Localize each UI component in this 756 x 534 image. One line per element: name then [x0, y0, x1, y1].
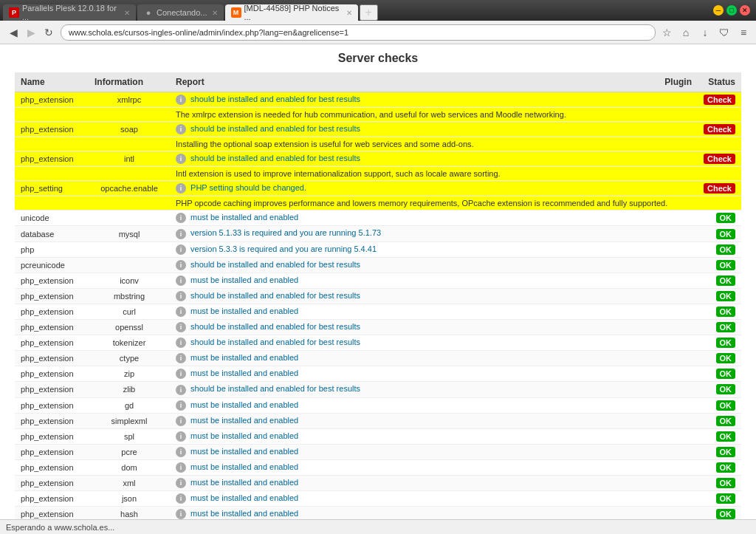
row-report: i should be installed and enabled for be…	[170, 320, 659, 335]
minimize-button[interactable]: ─	[713, 5, 724, 16]
info-icon: i	[176, 493, 186, 504]
row-info: intl	[89, 151, 170, 167]
report-link[interactable]: should be installed and enabled for best…	[190, 260, 360, 269]
address-bar[interactable]	[61, 24, 656, 41]
report-link[interactable]: must be installed and enabled	[190, 462, 298, 471]
report-link[interactable]: must be installed and enabled	[190, 400, 298, 409]
row-status: OK	[698, 507, 741, 519]
row-name: php_extension	[15, 491, 89, 507]
row-info: mbstring	[89, 288, 170, 304]
report-link[interactable]: should be installed and enabled for best…	[190, 338, 360, 346]
table-row: php_extension intl i should be installed…	[15, 151, 741, 167]
row-status: OK	[698, 413, 741, 428]
report-link[interactable]: must be installed and enabled	[190, 509, 298, 518]
report-link[interactable]: should be installed and enabled for best…	[190, 95, 360, 103]
row-report: i should be installed and enabled for be…	[170, 288, 659, 304]
row-name-empty	[15, 196, 89, 210]
table-row-desc: PHP opcode caching improves performance …	[15, 196, 741, 210]
row-status: OK	[698, 428, 741, 444]
report-link[interactable]: should be installed and enabled for best…	[190, 384, 360, 393]
row-report: i must be installed and enabled	[170, 273, 659, 288]
tab-1-label: Parallels Plesk 12.0.18 for ...	[22, 4, 120, 21]
row-plugin	[659, 288, 698, 304]
table-row: php_extension soap i should be installed…	[15, 122, 741, 137]
row-report: i must be installed and enabled	[170, 366, 659, 382]
row-status: OK	[698, 351, 741, 366]
row-info-empty	[89, 108, 170, 122]
row-info: mysql	[89, 226, 170, 242]
report-link[interactable]: PHP setting should be changed.	[190, 183, 306, 192]
forward-button[interactable]: ▶	[22, 24, 40, 41]
report-link[interactable]: must be installed and enabled	[190, 353, 298, 362]
row-plugin	[659, 210, 698, 226]
row-status: Check	[698, 92, 741, 108]
report-link[interactable]: should be installed and enabled for best…	[190, 124, 360, 133]
row-report: i should be installed and enabled for be…	[170, 335, 659, 351]
row-report: i should be installed and enabled for be…	[170, 92, 659, 108]
col-header-report: Report	[170, 72, 659, 92]
tab-3[interactable]: M [MDL-44589] PHP Notices ... ✕	[225, 4, 358, 21]
tab-3-close[interactable]: ✕	[346, 9, 352, 17]
row-report: i should be installed and enabled for be…	[170, 257, 659, 273]
table-row: php_extension zip i must be installed an…	[15, 366, 741, 382]
tab-2[interactable]: ● Conectando... ✕	[137, 4, 224, 21]
back-button[interactable]: ◀	[4, 24, 22, 41]
row-name: php_extension	[15, 122, 89, 137]
report-link[interactable]: must be installed and enabled	[190, 275, 298, 284]
report-link[interactable]: must be installed and enabled	[190, 416, 298, 425]
table-row: php_extension gd i must be installed and…	[15, 397, 741, 413]
table-row: php_extension json i must be installed a…	[15, 491, 741, 507]
menu-icon[interactable]: ≡	[735, 24, 752, 41]
report-link[interactable]: must be installed and enabled	[190, 493, 298, 502]
report-link[interactable]: should be installed and enabled for best…	[190, 322, 360, 331]
row-desc: Installing the optional soap extension i…	[170, 137, 741, 151]
tab-1-close[interactable]: ✕	[124, 9, 130, 17]
table-row-desc: Installing the optional soap extension i…	[15, 137, 741, 151]
tab-2-icon: ●	[143, 7, 154, 18]
row-plugin	[659, 507, 698, 519]
close-button[interactable]: ✕	[740, 5, 750, 16]
row-status: OK	[698, 273, 741, 288]
content-area: Server checks Name Information Report Pl…	[0, 44, 756, 519]
new-tab-button[interactable]: +	[360, 4, 378, 21]
info-icon: i	[176, 385, 186, 395]
info-icon: i	[176, 291, 186, 301]
row-plugin	[659, 335, 698, 351]
row-status: OK	[698, 366, 741, 382]
tab-1[interactable]: P Parallels Plesk 12.0.18 for ... ✕	[3, 4, 136, 21]
table-body: php_extension xmlrpc i should be install…	[15, 92, 741, 520]
download-icon[interactable]: ↓	[697, 24, 713, 41]
row-name: php_extension	[15, 459, 89, 475]
col-header-name: Name	[15, 72, 89, 92]
row-report: i must be installed and enabled	[170, 351, 659, 366]
report-link[interactable]: must be installed and enabled	[190, 307, 298, 315]
row-report: i PHP setting should be changed.	[170, 181, 659, 196]
tab-2-close[interactable]: ✕	[212, 9, 218, 17]
bookmark-icon[interactable]: ☆	[659, 24, 675, 41]
report-link[interactable]: should be installed and enabled for best…	[190, 291, 360, 300]
info-icon: i	[176, 369, 186, 379]
row-plugin	[659, 491, 698, 507]
report-link[interactable]: version 5.3.3 is required and you are ru…	[190, 244, 377, 253]
report-link[interactable]: version 5.1.33 is required and you are r…	[190, 228, 381, 237]
info-icon: i	[176, 260, 186, 270]
row-info-empty	[89, 196, 170, 210]
row-plugin	[659, 444, 698, 459]
home-icon[interactable]: ⌂	[678, 24, 694, 41]
row-name: pcreunicode	[15, 257, 89, 273]
report-link[interactable]: should be installed and enabled for best…	[190, 154, 360, 162]
report-link[interactable]: must be installed and enabled	[190, 213, 298, 222]
shield-icon[interactable]: 🛡	[716, 24, 732, 41]
info-icon: i	[176, 400, 186, 411]
restore-button[interactable]: □	[726, 5, 737, 16]
row-report: i version 5.1.33 is required and you are…	[170, 226, 659, 242]
report-link[interactable]: must be installed and enabled	[190, 478, 298, 487]
report-link[interactable]: must be installed and enabled	[190, 447, 298, 456]
refresh-button[interactable]: ↻	[40, 24, 58, 41]
report-link[interactable]: must be installed and enabled	[190, 369, 298, 377]
table-row-desc: Intl extension is used to improve intern…	[15, 167, 741, 181]
report-link[interactable]: must be installed and enabled	[190, 431, 298, 440]
row-report: i must be installed and enabled	[170, 491, 659, 507]
col-header-plugin: Plugin	[659, 72, 698, 92]
table-row: php_extension tokenizer i should be inst…	[15, 335, 741, 351]
